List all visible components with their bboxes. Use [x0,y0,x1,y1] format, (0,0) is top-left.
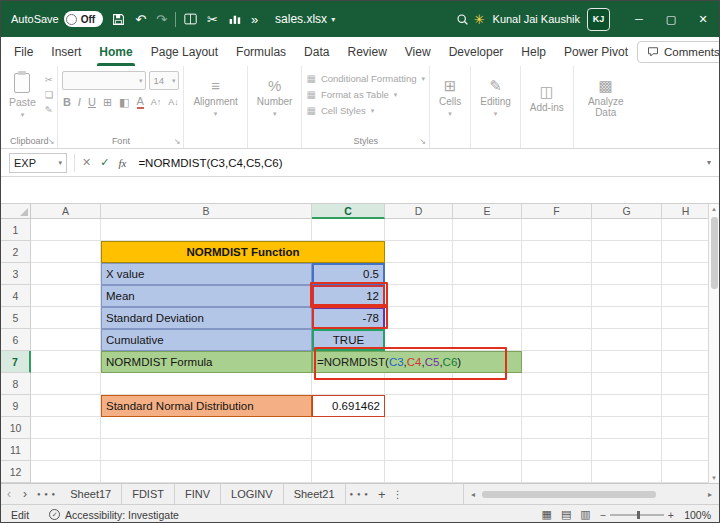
row-header-5[interactable]: 5 [1,307,31,329]
zoom-track[interactable] [610,514,664,516]
cell-F5[interactable] [522,307,592,329]
clipboard-dialog-launcher-icon[interactable]: ↘ [48,137,55,146]
sheet-nav-left-icon[interactable]: ‹ [1,484,17,504]
cell-A5[interactable] [31,307,101,329]
sheet-tab-loginv[interactable]: LOGINV [221,484,284,504]
cell-F1[interactable] [522,219,592,241]
font-dialog-launcher-icon[interactable]: ↘ [174,137,181,146]
cell-H7[interactable] [662,351,710,373]
search-icon[interactable] [456,13,469,26]
cell-G2[interactable] [592,241,662,263]
menu-tab-file[interactable]: File [5,37,42,66]
cell-A3[interactable] [31,263,101,285]
format-as-table-button[interactable]: ▦ Format as Table ▾ [306,89,397,100]
cell-E4[interactable] [453,285,522,307]
scroll-left-icon[interactable]: ◂ [466,490,480,499]
cell-B12[interactable] [101,461,312,483]
cell-D4[interactable] [385,285,453,307]
scroll-right-icon[interactable]: ▸ [703,490,717,499]
cell-B7[interactable]: NORMDIST Formula [101,351,312,373]
cell-B9[interactable]: Standard Normal Distribution [101,395,312,417]
cell-H6[interactable] [662,329,710,351]
cut-button-icon[interactable]: ✂ [45,74,54,85]
scroll-down-icon[interactable]: ▼ [711,473,717,483]
borders-button-icon[interactable]: ⊞ [103,97,112,108]
sheet-tab-sheet21[interactable]: Sheet21 [284,484,346,504]
cell-G11[interactable] [592,439,662,461]
autosave-toggle[interactable]: AutoSave Off [11,11,103,27]
cell-A7[interactable] [31,351,101,373]
cell-G8[interactable] [592,373,662,395]
sheet-ellipsis-right[interactable]: ● ● ● [346,484,373,504]
cell-H8[interactable] [662,373,710,395]
cell-F3[interactable] [522,263,592,285]
cell-C9[interactable]: 0.691462 [312,395,385,417]
paste-dropdown-icon[interactable]: ▾ [21,111,25,119]
cell-D3[interactable] [385,263,453,285]
font-size-select[interactable]: 14▾ [149,71,179,90]
cell-B10[interactable] [101,417,312,439]
cell-E9[interactable] [453,395,522,417]
font-color-button-icon[interactable]: A [137,96,144,109]
vertical-scroll-thumb[interactable] [711,217,718,289]
cell-H3[interactable] [662,263,710,285]
zoom-knob[interactable] [637,511,640,519]
enter-icon[interactable]: ✓ [100,156,109,169]
close-button[interactable]: ✕ [687,1,719,37]
overflow-chevron-icon[interactable]: » [251,13,258,26]
cell-D2[interactable] [385,241,453,263]
cell-F8[interactable] [522,373,592,395]
cell-F2[interactable] [522,241,592,263]
row-header-12[interactable]: 12 [1,461,31,483]
sheet-nav-right-icon[interactable]: › [17,484,33,504]
zoom-out-icon[interactable]: − [600,509,606,521]
select-all-button[interactable] [1,204,31,219]
cell-D1[interactable] [385,219,453,241]
analyze-data-button[interactable]: ▩ Analyze Data [578,71,634,125]
cell-H10[interactable] [662,417,710,439]
column-header-A[interactable]: A [31,204,101,219]
cell-B3[interactable]: X value [101,263,312,285]
horizontal-scroll-track[interactable] [480,490,703,499]
cell-F6[interactable] [522,329,592,351]
underline-button[interactable]: U [88,97,96,108]
cell-G9[interactable] [592,395,662,417]
row-header-7[interactable]: 7 [1,351,31,373]
font-name-select[interactable]: ▾ [62,71,146,90]
scroll-up-icon[interactable]: ▲ [711,204,717,214]
cell-A8[interactable] [31,373,101,395]
sheet-tab-finv[interactable]: FINV [175,484,221,504]
menu-tab-power-pivot[interactable]: Power Pivot [555,37,637,66]
cell-H11[interactable] [662,439,710,461]
row-header-9[interactable]: 9 [1,395,31,417]
cell-E10[interactable] [453,417,522,439]
fill-color-button-icon[interactable]: ◧ [119,97,129,108]
formula-input[interactable]: =NORMDIST(C3,C4,C5,C6) [138,157,282,169]
cut-icon[interactable]: ✂ [207,13,218,26]
cell-C1[interactable] [312,219,385,241]
column-header-E[interactable]: E [453,204,522,219]
page-layout-view-icon[interactable]: ▤ [561,508,571,521]
accessibility-status[interactable]: ✓ Accessibility: Investigate [49,509,179,521]
row-header-3[interactable]: 3 [1,263,31,285]
column-header-B[interactable]: B [101,204,312,219]
page-break-view-icon[interactable]: ▥ [580,508,590,521]
cell-G5[interactable] [592,307,662,329]
cell-H2[interactable] [662,241,710,263]
vertical-scrollbar[interactable]: ▲ ▼ [708,203,719,483]
cell-G6[interactable] [592,329,662,351]
cell-B6[interactable]: Cumulative [101,329,312,351]
sheet-tab-sheet17[interactable]: Sheet17 [60,484,122,504]
cell-F7[interactable] [522,351,592,373]
cell-A2[interactable] [31,241,101,263]
menu-tab-data[interactable]: Data [295,37,338,66]
cell-B8[interactable] [101,373,312,395]
row-header-6[interactable]: 6 [1,329,31,351]
formula-bar-expand-icon[interactable]: ▾ [707,158,711,167]
cell-H12[interactable] [662,461,710,483]
cell-H5[interactable] [662,307,710,329]
cell-G12[interactable] [592,461,662,483]
redo-icon[interactable]: ↷ [156,13,167,26]
sheet-menu-icon[interactable]: ⋮ [391,484,405,504]
cells-button[interactable]: ⊞ Cells ▾ [434,71,466,125]
